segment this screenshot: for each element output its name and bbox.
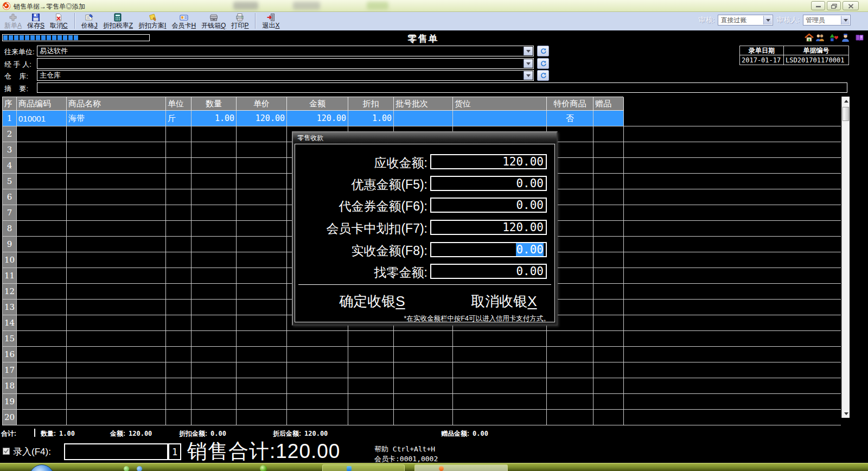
table-cell[interactable] [67, 205, 166, 220]
table-cell[interactable] [166, 189, 192, 205]
table-cell[interactable]: 1.00 [192, 111, 237, 126]
table-cell[interactable] [192, 410, 237, 425]
table-cell[interactable] [192, 284, 237, 299]
table-row[interactable]: 17 [2, 362, 841, 378]
scrollbar-thumb[interactable] [843, 107, 849, 121]
minimize-button[interactable] [811, 1, 825, 10]
table-cell[interactable] [237, 394, 287, 409]
table-cell[interactable] [453, 378, 547, 393]
table-cell[interactable] [192, 315, 237, 330]
dialog-titlebar[interactable]: 零售收款 [293, 132, 557, 143]
table-cell[interactable]: 否 [547, 111, 593, 126]
table-cell[interactable] [67, 410, 166, 425]
restore-button[interactable] [827, 1, 841, 10]
table-cell[interactable] [287, 331, 348, 346]
table-cell[interactable] [593, 378, 624, 393]
table-cell[interactable] [453, 394, 547, 409]
row-number-cell[interactable]: 15 [3, 331, 17, 346]
table-cell[interactable] [593, 237, 624, 252]
table-cell[interactable] [192, 174, 237, 189]
warehouse-combobox[interactable]: 主仓库 [37, 70, 534, 81]
table-cell[interactable] [593, 221, 624, 236]
green-dot-icon[interactable] [124, 466, 129, 471]
table-cell[interactable] [547, 331, 593, 346]
table-cell[interactable] [166, 252, 192, 268]
table-row[interactable]: 16 [2, 347, 841, 362]
auditor-select[interactable]: 管理员 [803, 15, 851, 26]
row-number-cell[interactable]: 18 [3, 378, 17, 393]
table-cell[interactable] [192, 331, 237, 346]
table-cell[interactable] [166, 268, 192, 283]
cash-drawer-button[interactable]: 开钱箱Q [199, 12, 228, 30]
table-cell[interactable] [593, 111, 624, 126]
table-cell[interactable] [166, 362, 192, 378]
table-cell[interactable] [17, 362, 67, 378]
row-number-cell[interactable]: 19 [3, 394, 17, 409]
table-cell[interactable] [348, 331, 394, 346]
table-cell[interactable] [237, 142, 287, 157]
table-cell[interactable] [17, 174, 67, 189]
table-cell[interactable] [67, 362, 166, 378]
blue-dot-icon[interactable] [137, 466, 142, 471]
table-cell[interactable] [166, 174, 192, 189]
table-cell[interactable] [192, 268, 237, 283]
table-cell[interactable] [192, 394, 237, 409]
table-cell[interactable] [67, 331, 166, 346]
table-cell[interactable]: 120.00 [237, 111, 287, 126]
table-cell[interactable] [67, 158, 166, 173]
table-cell[interactable] [547, 410, 593, 425]
table-cell[interactable] [547, 378, 593, 393]
table-cell[interactable] [166, 221, 192, 236]
users-icon[interactable] [815, 33, 825, 42]
chevron-down-icon[interactable] [841, 16, 850, 24]
table-cell[interactable] [67, 237, 166, 252]
row-number-cell[interactable]: 13 [3, 300, 17, 315]
cancel-button[interactable]: 取消C [47, 12, 71, 30]
table-cell[interactable] [237, 237, 287, 252]
table-cell[interactable] [67, 189, 166, 205]
row-number-cell[interactable]: 3 [3, 142, 17, 157]
table-cell[interactable] [192, 205, 237, 220]
save-button[interactable]: 保存S [24, 12, 47, 30]
table-cell[interactable]: 120.00 [287, 111, 348, 126]
table-row[interactable]: 20 [2, 410, 841, 425]
table-cell[interactable] [17, 300, 67, 315]
table-cell[interactable] [192, 126, 237, 142]
table-cell[interactable] [237, 221, 287, 236]
cancel-cashier-button[interactable]: 取消收银X [461, 292, 547, 311]
table-cell[interactable] [237, 378, 287, 393]
row-number-cell[interactable]: 2 [3, 126, 17, 142]
table-cell[interactable] [17, 237, 67, 252]
member-card-button[interactable]: 会员卡H [169, 12, 199, 30]
table-cell[interactable] [17, 189, 67, 205]
table-cell[interactable] [237, 126, 287, 142]
row-number-cell[interactable]: 11 [3, 268, 17, 283]
table-cell[interactable] [17, 410, 67, 425]
row-number-cell[interactable]: 16 [3, 347, 17, 362]
table-cell[interactable] [166, 331, 192, 346]
table-cell[interactable] [166, 205, 192, 220]
table-cell[interactable] [237, 189, 287, 205]
table-cell[interactable] [192, 221, 237, 236]
row-number-cell[interactable]: 7 [3, 205, 17, 220]
handler-refresh-button[interactable] [537, 58, 549, 69]
table-cell[interactable] [593, 300, 624, 315]
shapes-icon[interactable] [829, 33, 839, 42]
table-cell[interactable] [17, 252, 67, 268]
row-number-cell[interactable]: 14 [3, 315, 17, 330]
table-cell[interactable] [67, 126, 166, 142]
table-cell[interactable] [287, 362, 348, 378]
table-cell[interactable] [453, 410, 547, 425]
table-cell[interactable] [394, 410, 453, 425]
table-cell[interactable] [67, 394, 166, 409]
table-cell[interactable] [17, 394, 67, 409]
table-cell[interactable] [17, 221, 67, 236]
chevron-down-icon[interactable] [524, 59, 533, 68]
table-row[interactable]: 19 [2, 394, 841, 410]
table-cell[interactable] [237, 300, 287, 315]
table-cell[interactable] [166, 394, 192, 409]
print-button[interactable]: 打印P [228, 12, 251, 30]
table-cell[interactable] [593, 362, 624, 378]
table-cell[interactable] [593, 410, 624, 425]
table-cell[interactable] [593, 142, 624, 157]
